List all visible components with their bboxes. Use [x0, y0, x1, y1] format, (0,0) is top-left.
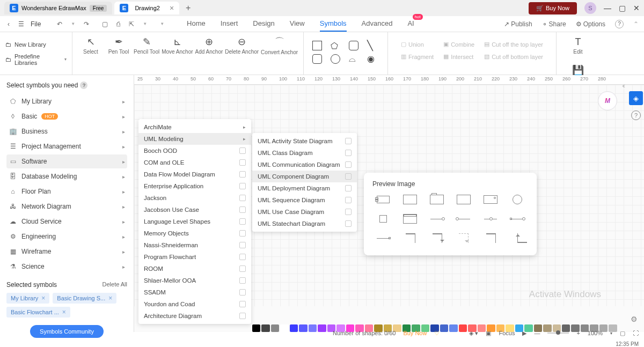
- layers-icon[interactable]: ◈ ▾: [469, 330, 478, 337]
- category-basic[interactable]: ◊BasicHOT▸: [6, 109, 127, 123]
- submenu-item[interactable]: Nassi-Shneiderman: [138, 239, 251, 251]
- menu-tab-view[interactable]: View: [290, 16, 305, 32]
- file-menu[interactable]: File: [31, 20, 41, 28]
- color-swatch[interactable]: [299, 324, 307, 332]
- minimize-button[interactable]: —: [604, 4, 611, 12]
- color-swatch[interactable]: [309, 324, 317, 332]
- cut-top-button[interactable]: ▤ Cut off the top layer: [484, 41, 543, 48]
- category-database-modeling[interactable]: 🗄Database Modeling▸: [6, 169, 127, 183]
- chip-remove-icon[interactable]: ×: [41, 294, 45, 302]
- toggle-panel-button[interactable]: ◈: [629, 91, 643, 105]
- category-cloud-service[interactable]: ☁Cloud Service▸: [6, 215, 127, 228]
- color-swatch[interactable]: [318, 324, 326, 332]
- checkbox[interactable]: [239, 313, 246, 319]
- checkbox[interactable]: [239, 159, 246, 166]
- submenu-item[interactable]: Jacobson Use Case: [138, 204, 251, 216]
- submenu-item[interactable]: UML Modeling▸: [138, 133, 251, 145]
- more-dropdown[interactable]: ▼: [158, 20, 166, 27]
- checkbox[interactable]: [239, 147, 246, 154]
- selected-chip[interactable]: My Library×: [6, 293, 49, 304]
- category-software[interactable]: ▭Software▸: [6, 154, 127, 168]
- submenu-item[interactable]: UML Statechart Diagram: [252, 218, 357, 230]
- new-tab-button[interactable]: +: [186, 3, 191, 13]
- heart-icon[interactable]: ♡: [434, 330, 440, 337]
- collapse-ribbon-icon[interactable]: ⌃: [633, 20, 639, 28]
- delete-anchor-tool[interactable]: ⊖Delete Anchor: [225, 35, 259, 55]
- fragment-button[interactable]: ▥ Fragment: [401, 53, 434, 60]
- hamburger-icon[interactable]: ☰: [16, 19, 26, 29]
- checkbox[interactable]: [239, 289, 246, 296]
- pentagon-shape[interactable]: ⬠: [331, 41, 342, 51]
- menu-tab-design[interactable]: Design: [253, 16, 274, 32]
- pencil-tool[interactable]: ✎Pencil Tool: [134, 35, 159, 55]
- submenu-item[interactable]: Yourdon and Coad: [138, 298, 251, 310]
- undo-dropdown[interactable]: ▼: [69, 20, 77, 27]
- menu-tab-ai[interactable]: AIhot: [407, 16, 414, 32]
- color-swatch[interactable]: [261, 324, 269, 332]
- submenu-item[interactable]: ROOM: [138, 263, 251, 275]
- collapse-icon[interactable]: ‹‹: [622, 82, 624, 90]
- category-science[interactable]: ⚗Science▸: [6, 260, 127, 274]
- checkbox[interactable]: [239, 218, 246, 225]
- submenu-item[interactable]: UML Class Diagram: [252, 147, 357, 159]
- export-icon[interactable]: ⇱: [127, 19, 136, 29]
- close-tab-icon[interactable]: ×: [170, 4, 174, 12]
- menu-tab-symbols[interactable]: Symbols: [320, 16, 347, 32]
- checkbox[interactable]: [239, 277, 246, 284]
- color-swatch[interactable]: [290, 324, 298, 332]
- focus-button[interactable]: Focus: [499, 330, 515, 336]
- checkbox[interactable]: [239, 230, 246, 237]
- color-swatch[interactable]: [280, 324, 288, 332]
- intersect-button[interactable]: ▦ Intersect: [443, 53, 474, 60]
- submenu-item[interactable]: Program Flowchart: [138, 251, 251, 263]
- buy-now-button[interactable]: 🛒 Buy Now: [529, 2, 577, 14]
- save-icon[interactable]: ▢: [100, 19, 110, 29]
- settings-gear-icon[interactable]: ⚙: [631, 315, 638, 323]
- checkbox[interactable]: [345, 150, 352, 156]
- document-tab[interactable]: E Drawing2 ×: [114, 2, 179, 14]
- roundrect-shape[interactable]: [349, 41, 358, 50]
- zoom-out-icon[interactable]: —: [534, 330, 540, 336]
- zoom-in-icon[interactable]: +: [576, 330, 580, 336]
- predefine-libraries-button[interactable]: 🗀Predefine Libraries▾: [5, 53, 67, 66]
- menu-tab-home[interactable]: Home: [187, 16, 206, 32]
- checkbox[interactable]: [239, 206, 246, 213]
- submenu-item[interactable]: UML Sequence Diagram: [252, 194, 357, 206]
- submenu-item[interactable]: Jackson: [138, 192, 251, 204]
- checkbox[interactable]: [239, 301, 246, 307]
- submenu-item[interactable]: Memory Objects: [138, 227, 251, 239]
- buy-now-link[interactable]: Buy Now: [403, 330, 427, 336]
- export-dropdown[interactable]: ▼: [141, 20, 149, 27]
- chip-remove-icon[interactable]: ×: [108, 294, 112, 302]
- submenu-item[interactable]: Architecture Diagram: [138, 310, 251, 322]
- menu-tab-insert[interactable]: Insert: [221, 16, 238, 32]
- chip-remove-icon[interactable]: ×: [62, 308, 66, 316]
- add-anchor-tool[interactable]: ⊕Add Anchor: [195, 35, 223, 55]
- arc-shape[interactable]: ⌓: [349, 54, 361, 64]
- select-tool[interactable]: ↖Select: [78, 35, 104, 55]
- checkbox[interactable]: [345, 185, 352, 191]
- checkbox[interactable]: [239, 183, 246, 189]
- category-my-library[interactable]: ⬠My Library▸: [6, 94, 127, 108]
- circle-shape[interactable]: [331, 54, 340, 64]
- new-library-button[interactable]: 🗀New Library: [5, 41, 67, 48]
- close-button[interactable]: ✕: [633, 4, 640, 12]
- submenu-item[interactable]: Enterprise Application: [138, 180, 251, 192]
- roundrect2-shape[interactable]: [312, 54, 322, 64]
- spiral-shape[interactable]: ◉: [367, 54, 379, 64]
- color-swatch[interactable]: [252, 324, 260, 332]
- app-tab[interactable]: E Wondershare EdrawMax Free: [4, 2, 112, 14]
- zoom-level[interactable]: 100%: [588, 330, 603, 336]
- print-icon[interactable]: ⎙: [114, 19, 122, 29]
- submenu-item[interactable]: SSADM: [138, 286, 251, 298]
- pen-tool[interactable]: ✒Pen Tool: [106, 35, 131, 55]
- category-project-management[interactable]: ☰Project Management▸: [6, 139, 127, 153]
- help-icon[interactable]: ?: [615, 20, 624, 28]
- play-icon[interactable]: ▶: [522, 330, 526, 337]
- submenu-item[interactable]: UML Activity State Diagram: [252, 135, 357, 147]
- checkbox[interactable]: [239, 265, 246, 272]
- selected-chip[interactable]: Basic Flowchart ...×: [6, 307, 70, 318]
- nav-icon[interactable]: ▣: [486, 330, 491, 337]
- zoom-slider[interactable]: [547, 333, 569, 334]
- submenu-item[interactable]: UML Component Diagram: [252, 171, 357, 182]
